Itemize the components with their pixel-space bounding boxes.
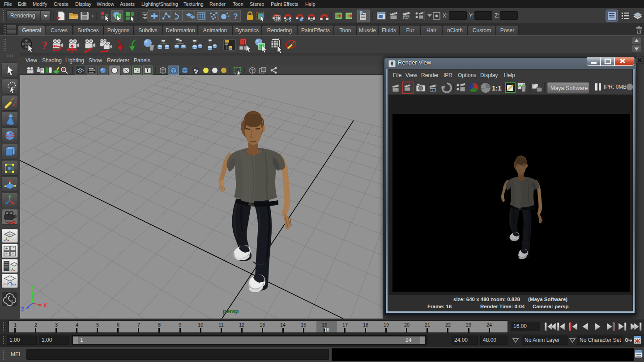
svg-text:?: ? (42, 39, 47, 52)
svg-text:24: 24 (486, 322, 492, 328)
svg-text:2: 2 (34, 322, 37, 328)
svg-text:4: 4 (76, 322, 78, 328)
svg-text:11: 11 (218, 322, 223, 328)
svg-text:10: 10 (198, 322, 203, 328)
svg-text:7: 7 (137, 322, 140, 328)
svg-text:Maya Software: Maya Software (550, 85, 588, 91)
svg-text:13: 13 (260, 322, 265, 328)
svg-text:22: 22 (445, 322, 451, 328)
svg-text:20: 20 (404, 322, 409, 328)
svg-text:1: 1 (14, 322, 17, 328)
svg-text:21: 21 (425, 322, 430, 328)
svg-text:18: 18 (363, 322, 368, 328)
svg-text:?: ? (233, 12, 238, 21)
svg-text:17: 17 (342, 322, 348, 328)
svg-text:8: 8 (158, 322, 161, 328)
svg-text:T: T (146, 68, 149, 73)
svg-text:Z: Z (21, 306, 24, 313)
svg-text:23: 23 (466, 322, 471, 328)
svg-text:1:1: 1:1 (492, 84, 502, 92)
svg-text:15: 15 (301, 322, 306, 328)
svg-text:IPR: IPR (404, 16, 409, 19)
svg-text:9: 9 (179, 322, 181, 328)
svg-text:12: 12 (239, 322, 244, 328)
svg-text:6: 6 (117, 322, 119, 328)
svg-text:3: 3 (55, 322, 58, 328)
svg-text:16: 16 (324, 327, 329, 332)
svg-text:persp: persp (223, 308, 239, 315)
svg-text:X: X (43, 302, 47, 309)
svg-text:5: 5 (96, 322, 99, 328)
svg-text:14: 14 (280, 322, 286, 328)
svg-text:IPR: IPR (430, 89, 435, 92)
svg-text:Y: Y (31, 284, 34, 290)
svg-text:19: 19 (384, 322, 389, 328)
